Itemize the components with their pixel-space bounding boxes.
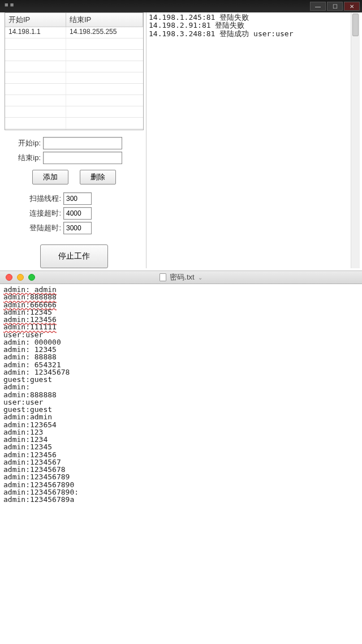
text-line: admin: admin bbox=[3, 286, 359, 293]
delete-button[interactable]: 删除 bbox=[80, 170, 116, 184]
minimize-button[interactable]: — bbox=[310, 2, 326, 11]
ip-range-table[interactable]: 开始IP 结束IP 14.198.1.114.198.255.255 bbox=[5, 12, 144, 130]
text-line: admin:888888 bbox=[3, 391, 359, 398]
stop-button[interactable]: 停止工作 bbox=[40, 244, 108, 268]
text-line: admin: 12345 bbox=[3, 346, 359, 353]
text-editor-window: 密码.txt ⌄ admin: adminadmin:888888admin:6… bbox=[0, 271, 362, 505]
text-line: guest:guest bbox=[3, 406, 359, 413]
connect-timeout-label: 连接超时: bbox=[21, 208, 61, 218]
mac-titlebar: 密码.txt ⌄ bbox=[0, 271, 362, 284]
text-line: admin:123456 bbox=[3, 316, 359, 323]
text-line: admin: bbox=[3, 383, 359, 390]
text-line: admin:1234567890 bbox=[3, 481, 359, 488]
document-title: 密码.txt bbox=[170, 272, 194, 282]
table-row[interactable] bbox=[5, 38, 143, 50]
login-timeout-input[interactable] bbox=[63, 222, 92, 234]
table-row[interactable] bbox=[5, 61, 143, 72]
table-row[interactable] bbox=[5, 95, 143, 106]
text-line: admin:1234 bbox=[3, 436, 359, 443]
col-header-end-ip[interactable]: 结束IP bbox=[66, 13, 143, 27]
mac-zoom-button[interactable] bbox=[28, 274, 35, 281]
text-line: admin:1234567 bbox=[3, 458, 359, 466]
titlebar-left-icons: ■ ■ bbox=[5, 1, 14, 8]
mac-minimize-button[interactable] bbox=[17, 274, 24, 281]
text-line: admin: 654321 bbox=[3, 361, 359, 368]
text-line: admin:1234567890: bbox=[3, 488, 359, 496]
connect-timeout-input[interactable] bbox=[63, 207, 92, 220]
table-row[interactable] bbox=[5, 50, 143, 61]
text-line: admin:admin bbox=[3, 413, 359, 420]
text-line: admin:123456789 bbox=[3, 473, 359, 480]
table-row[interactable]: 14.198.1.114.198.255.255 bbox=[5, 27, 143, 38]
log-panel: 14.198.1.245:81 登陆失败 14.198.2.91:81 登陆失败… bbox=[146, 12, 360, 268]
text-line: admin:123456 bbox=[3, 451, 359, 458]
start-ip-label: 开始ip: bbox=[7, 138, 41, 148]
document-icon bbox=[160, 273, 166, 281]
text-line: user:user bbox=[3, 398, 359, 406]
close-button[interactable]: ✕ bbox=[344, 2, 360, 11]
text-line: admin:123456789a bbox=[3, 496, 359, 503]
text-line: admin:12345 bbox=[3, 308, 359, 316]
scanner-window: ■ ■ — ☐ ✕ 开始IP 结束IP 14.198.1.114.198.255… bbox=[0, 0, 362, 271]
table-row[interactable] bbox=[5, 72, 143, 84]
text-line: admin: 88888 bbox=[3, 353, 359, 360]
text-line: admin:666666 bbox=[3, 301, 359, 308]
start-ip-input[interactable] bbox=[43, 137, 122, 149]
log-output[interactable]: 14.198.1.245:81 登陆失败 14.198.2.91:81 登陆失败… bbox=[146, 12, 360, 39]
text-line: admin:12345678 bbox=[3, 466, 359, 473]
table-row[interactable] bbox=[5, 118, 143, 129]
left-panel: 开始IP 结束IP 14.198.1.114.198.255.255 开始ip:… bbox=[5, 12, 144, 268]
text-line: user:user bbox=[3, 331, 359, 338]
cell-start-ip: 14.198.1.1 bbox=[5, 27, 66, 38]
mac-close-button[interactable] bbox=[6, 274, 12, 281]
text-line: admin:123654 bbox=[3, 421, 359, 428]
add-button[interactable]: 添加 bbox=[32, 170, 68, 184]
text-content[interactable]: admin: adminadmin:888888admin:666666admi… bbox=[0, 284, 362, 505]
text-line: admin: 12345678 bbox=[3, 368, 359, 376]
end-ip-input[interactable] bbox=[43, 152, 122, 164]
table-row[interactable] bbox=[5, 106, 143, 118]
text-line: admin:888888 bbox=[3, 293, 359, 300]
text-line: admin:111111 bbox=[3, 323, 359, 330]
cell-end-ip: 14.198.255.255 bbox=[66, 27, 143, 38]
text-line: guest:guest bbox=[3, 376, 359, 383]
threads-label: 扫描线程: bbox=[21, 194, 61, 204]
log-scrollbar[interactable] bbox=[351, 12, 360, 268]
login-timeout-label: 登陆超时: bbox=[21, 223, 61, 233]
scrollbar-thumb[interactable] bbox=[352, 14, 359, 36]
col-header-start-ip[interactable]: 开始IP bbox=[5, 13, 66, 27]
chevron-down-icon: ⌄ bbox=[198, 274, 202, 281]
threads-input[interactable] bbox=[63, 192, 92, 205]
end-ip-label: 结束ip: bbox=[7, 153, 41, 163]
text-line: admin:123 bbox=[3, 428, 359, 436]
table-row[interactable] bbox=[5, 84, 143, 95]
maximize-button[interactable]: ☐ bbox=[327, 2, 343, 11]
window-titlebar: ■ ■ — ☐ ✕ bbox=[0, 0, 362, 12]
text-line: admin:12345 bbox=[3, 443, 359, 450]
text-line: admin: 000000 bbox=[3, 338, 359, 346]
